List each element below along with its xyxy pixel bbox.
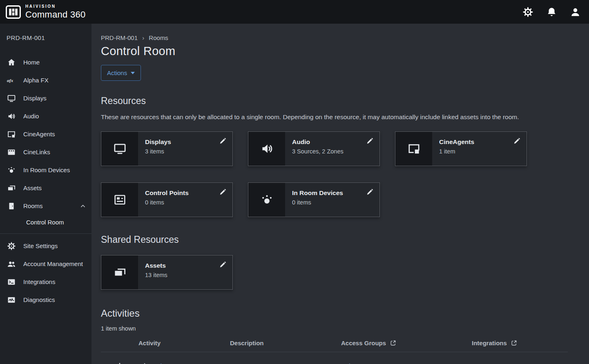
column-label: Access Groups	[341, 340, 386, 346]
topbar: HAIVISION Command 360	[0, 0, 589, 24]
card-subtitle: 1 item	[439, 148, 474, 155]
activity-link[interactable]: Explore	[150, 362, 171, 364]
rooms-door-icon	[7, 202, 16, 211]
edit-pencil-icon[interactable]	[513, 137, 521, 145]
card-title: Audio	[292, 138, 344, 146]
edit-pencil-icon[interactable]	[366, 188, 374, 196]
display-icon	[7, 94, 16, 103]
haivision-logo-icon	[6, 5, 21, 19]
activity-cell: Explore	[138, 362, 230, 364]
user-account-icon[interactable]	[570, 7, 581, 18]
external-link-icon[interactable]	[390, 340, 397, 346]
table-header-row: Activity Description Access Groups Integ…	[101, 337, 568, 352]
cinelinks-icon	[7, 148, 16, 157]
resource-card-assets: Assets 13 items	[101, 255, 233, 290]
edit-pencil-icon[interactable]	[366, 137, 374, 145]
sidebar-item-assets[interactable]: Assets	[0, 179, 91, 197]
sidebar-item-displays[interactable]: Displays	[0, 89, 91, 107]
sidebar-item-site-settings[interactable]: Site Settings	[0, 237, 91, 255]
display-icon	[101, 132, 138, 166]
description-cell: -	[230, 362, 341, 364]
people-icon	[7, 260, 16, 269]
page-title: Control Room	[101, 44, 568, 58]
cineagents-icon	[7, 130, 16, 139]
sidebar-item-account-management[interactable]: Account Management	[0, 255, 91, 273]
settings-gear-icon[interactable]	[522, 7, 533, 18]
card-subtitle: 3 items	[145, 148, 171, 155]
sidebar-item-control-room[interactable]: Control Room	[0, 215, 91, 231]
sidebar-item-label: Assets	[23, 184, 42, 192]
assets-icon	[7, 184, 16, 193]
card-body: Audio 3 Sources, 2 Zones	[285, 132, 350, 166]
resources-heading: Resources	[101, 95, 568, 107]
sidebar-divider	[0, 233, 91, 234]
speaker-icon	[248, 132, 285, 166]
resource-card-control-points: Control Points 0 items	[101, 182, 233, 217]
sidebar-item-label: Alpha FX	[23, 76, 49, 84]
sidebar-item-label: Account Management	[23, 260, 83, 268]
sidebar-item-home[interactable]: Home	[0, 53, 91, 71]
card-subtitle: 3 Sources, 2 Zones	[292, 148, 344, 155]
sidebar-item-cinelinks[interactable]: CineLinks	[0, 143, 91, 161]
actions-button[interactable]: Actions	[101, 65, 141, 81]
sidebar-item-label: CineAgents	[23, 130, 55, 138]
card-body: Assets 13 items	[138, 255, 174, 289]
breadcrumb-section[interactable]: Rooms	[149, 34, 168, 41]
topbar-actions	[522, 7, 581, 18]
access-group-link[interactable]: Hai Root	[341, 362, 365, 364]
card-subtitle: 13 items	[145, 272, 167, 278]
shared-resource-cards: Assets 13 items	[101, 255, 528, 290]
card-body: Displays 3 items	[138, 132, 178, 166]
sidebar-item-label: In Room Devices	[23, 166, 70, 174]
table-row: Explore - Hai Root -	[101, 352, 568, 364]
cineagents-icon	[395, 132, 432, 166]
access-groups-cell: Hai Root	[341, 362, 472, 364]
resource-card-displays: Displays 3 items	[101, 131, 233, 166]
sidebar-item-label: Audio	[23, 112, 39, 120]
sidebar-item-label: Integrations	[23, 278, 55, 286]
integrations-cell: -	[472, 362, 568, 364]
resource-card-cineagents: CineAgents 1 item	[395, 131, 527, 166]
sidebar-subitem-label: Control Room	[26, 219, 64, 226]
actions-button-label: Actions	[107, 69, 127, 76]
sidebar-item-label: CineLinks	[23, 148, 50, 156]
main-content: PRD-RM-001 › Rooms Control Room Actions …	[91, 24, 589, 364]
sidebar-item-integrations[interactable]: Integrations	[0, 273, 91, 291]
speaker-icon	[7, 112, 16, 121]
explore-icon	[138, 362, 146, 364]
notifications-bell-icon[interactable]	[546, 7, 557, 18]
card-title: CineAgents	[439, 138, 474, 146]
brand[interactable]: HAIVISION Command 360	[6, 4, 86, 20]
alpha-fx-icon	[7, 76, 16, 85]
activities-count: 1 item shown	[101, 325, 568, 332]
edit-pencil-icon[interactable]	[219, 137, 227, 145]
card-body: CineAgents 1 item	[432, 132, 481, 166]
sidebar-item-in-room-devices[interactable]: In Room Devices	[0, 161, 91, 179]
home-icon	[7, 58, 16, 67]
sidebar-item-audio[interactable]: Audio	[0, 107, 91, 125]
breadcrumb-parent[interactable]: PRD-RM-001	[101, 34, 138, 41]
shared-resources-heading: Shared Resources	[101, 234, 568, 245]
activities-table: Activity Description Access Groups Integ…	[101, 337, 568, 364]
resources-description: These are resources that can only be all…	[101, 112, 568, 122]
diagnostics-icon	[7, 295, 16, 304]
card-body: Control Points 0 items	[138, 183, 195, 217]
card-title: In Room Devices	[292, 189, 343, 197]
sidebar-item-alpha-fx[interactable]: Alpha FX	[0, 71, 91, 89]
kebab-menu-icon[interactable]	[116, 362, 123, 364]
edit-pencil-icon[interactable]	[219, 188, 227, 196]
sidebar-item-label: Rooms	[23, 202, 43, 210]
column-access-groups: Access Groups	[341, 340, 472, 346]
sidebar-item-diagnostics[interactable]: Diagnostics	[0, 291, 91, 309]
sidebar-item-rooms[interactable]: Rooms	[0, 197, 91, 215]
sidebar-item-label: Site Settings	[23, 242, 58, 250]
resource-card-audio: Audio 3 Sources, 2 Zones	[248, 131, 380, 166]
external-link-icon[interactable]	[511, 340, 518, 346]
sidebar-item-label: Diagnostics	[23, 296, 55, 304]
terminal-icon	[7, 277, 16, 286]
gear-icon	[7, 242, 16, 251]
card-title: Control Points	[145, 189, 189, 197]
edit-pencil-icon[interactable]	[219, 261, 227, 269]
assets-icon	[101, 255, 138, 289]
sidebar-item-cineagents[interactable]: CineAgents	[0, 125, 91, 143]
